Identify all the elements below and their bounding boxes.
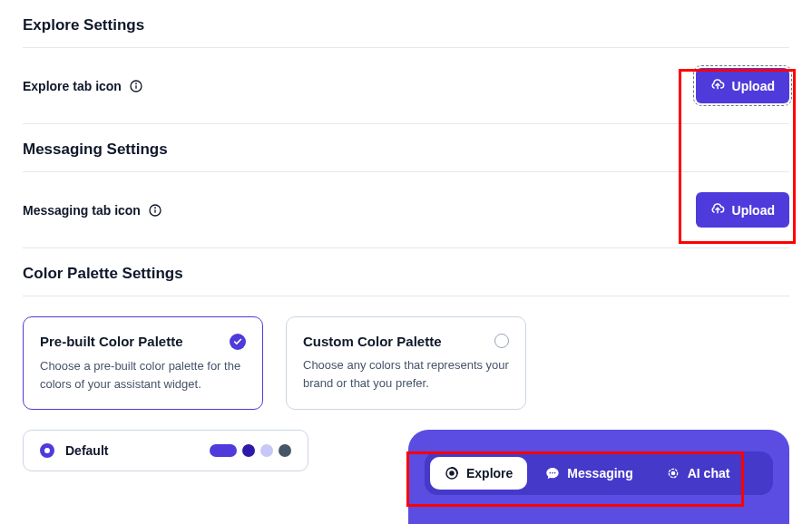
svg-point-9 xyxy=(553,472,554,474)
svg-point-5 xyxy=(155,208,156,209)
tab-label: Messaging xyxy=(567,466,632,480)
info-icon[interactable] xyxy=(129,79,143,93)
explore-tab-icon-label: Explore tab icon xyxy=(23,79,122,93)
palette-swatches xyxy=(210,444,291,457)
swatch xyxy=(210,444,237,457)
radio-selected-icon xyxy=(40,443,54,458)
tab-ai-chat[interactable]: AI chat xyxy=(651,457,745,490)
palette-preset-default[interactable]: Default xyxy=(23,430,308,471)
swatch xyxy=(279,444,291,457)
option-card-prebuilt[interactable]: Pre-built Color Palette Choose a pre-bui… xyxy=(23,316,263,410)
tab-label: AI chat xyxy=(688,466,730,480)
upload-button-explore[interactable]: Upload xyxy=(696,68,789,103)
upload-button-label: Upload xyxy=(732,79,775,93)
explore-icon xyxy=(445,466,459,480)
row-messaging-tab-icon: Messaging tab icon Upload xyxy=(23,172,789,248)
tab-messaging[interactable]: Messaging xyxy=(531,457,647,490)
row-explore-tab-icon: Explore tab icon Upload xyxy=(23,48,789,124)
upload-button-label: Upload xyxy=(732,203,775,218)
preview-tab-bar: Explore Messaging AI chat xyxy=(425,451,773,495)
swatch xyxy=(242,444,255,457)
cloud-upload-icon xyxy=(710,201,725,218)
info-icon[interactable] xyxy=(148,203,162,218)
svg-point-2 xyxy=(136,83,137,84)
svg-point-7 xyxy=(450,471,454,475)
option-card-desc: Choose any colors that represents your b… xyxy=(303,356,509,392)
palette-preset-label: Default xyxy=(65,443,199,458)
option-card-desc: Choose a pre-built color palette for the… xyxy=(40,357,246,393)
cloud-upload-icon xyxy=(710,77,725,94)
tab-label: Explore xyxy=(466,466,513,480)
svg-point-10 xyxy=(554,472,556,474)
check-icon xyxy=(230,334,246,350)
widget-preview: Explore Messaging AI chat xyxy=(408,430,789,524)
chat-bubble-icon xyxy=(545,466,560,480)
section-title-palette: Color Palette Settings xyxy=(23,248,789,296)
svg-point-12 xyxy=(671,471,674,474)
option-card-title: Pre-built Color Palette xyxy=(40,334,183,349)
section-title-explore: Explore Settings xyxy=(23,0,789,47)
tab-explore[interactable]: Explore xyxy=(430,457,527,490)
messaging-tab-icon-label: Messaging tab icon xyxy=(23,203,141,218)
swatch xyxy=(260,444,273,457)
option-card-custom[interactable]: Custom Color Palette Choose any colors t… xyxy=(286,316,526,410)
ai-chat-icon xyxy=(666,466,680,480)
upload-button-messaging[interactable]: Upload xyxy=(696,192,789,228)
svg-point-8 xyxy=(550,472,552,474)
option-card-title: Custom Color Palette xyxy=(303,334,442,349)
radio-unselected-icon xyxy=(494,334,509,348)
section-title-messaging: Messaging Settings xyxy=(23,124,789,171)
